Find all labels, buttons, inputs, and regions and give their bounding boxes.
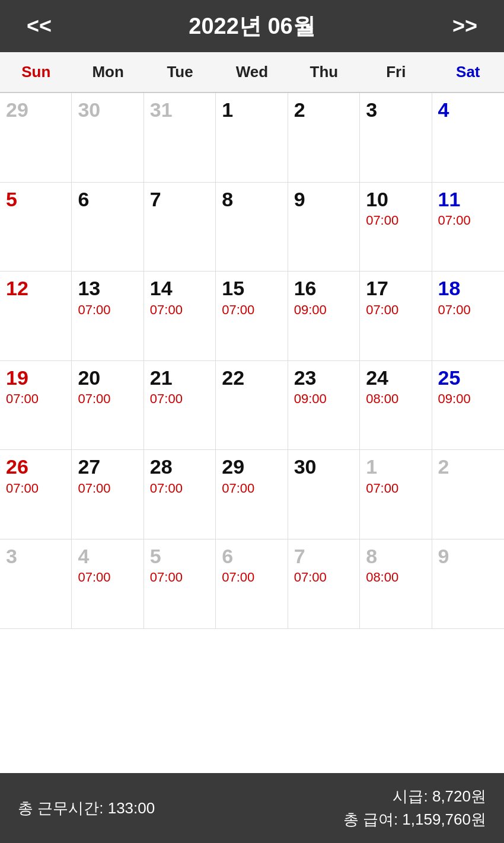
time-label: 07:00: [222, 302, 254, 318]
calendar-cell[interactable]: 2: [432, 450, 504, 539]
date-number: 2: [294, 99, 305, 121]
date-number: 1: [366, 456, 377, 478]
time-label: 07:00: [150, 391, 183, 407]
date-number: 20: [78, 367, 100, 389]
calendar-cell[interactable]: 8: [216, 183, 288, 272]
time-label: 08:00: [366, 391, 398, 407]
total-pay: 총 급여: 1,159,760원: [343, 808, 486, 831]
date-number: 24: [366, 367, 388, 389]
time-label: 07:00: [294, 570, 327, 585]
date-number: 8: [366, 545, 377, 567]
calendar-cell[interactable]: 1407:00: [144, 272, 216, 361]
date-number: 30: [294, 456, 317, 478]
time-label: 07:00: [150, 570, 183, 585]
day-header-wed: Wed: [216, 52, 288, 92]
calendar-cell[interactable]: 1307:00: [72, 272, 143, 361]
time-label: 07:00: [366, 213, 398, 228]
date-number: 1: [222, 99, 233, 121]
time-label: 08:00: [366, 570, 398, 585]
calendar-cell[interactable]: 4: [432, 93, 504, 183]
calendar-cell[interactable]: 2807:00: [144, 450, 216, 539]
time-label: 09:00: [294, 391, 327, 407]
calendar-cell[interactable]: 3: [360, 93, 432, 183]
calendar-cell[interactable]: 607:00: [216, 539, 288, 629]
calendar-grid: 2930311234567891007:001107:00121307:0014…: [0, 93, 504, 629]
calendar-cell[interactable]: 9: [288, 183, 360, 272]
calendar-cell[interactable]: 1907:00: [0, 361, 72, 451]
date-number: 17: [366, 277, 388, 299]
day-header-sat: Sat: [432, 52, 504, 92]
calendar-cell[interactable]: 2509:00: [432, 361, 504, 451]
calendar-cell[interactable]: 1507:00: [216, 272, 288, 361]
calendar-cell[interactable]: 2907:00: [216, 450, 288, 539]
calendar-cell[interactable]: 9: [432, 539, 504, 629]
date-number: 4: [438, 99, 449, 121]
day-header-fri: Fri: [360, 52, 432, 92]
date-number: 26: [6, 456, 28, 478]
calendar-cell[interactable]: 12: [0, 272, 72, 361]
calendar-cell[interactable]: 22: [216, 361, 288, 451]
calendar-cell[interactable]: 30: [288, 450, 360, 539]
pay-info: 시급: 8,720원 총 급여: 1,159,760원: [343, 785, 486, 831]
date-number: 22: [222, 367, 244, 389]
prev-month-button[interactable]: <<: [18, 11, 60, 41]
calendar-cell[interactable]: 2007:00: [72, 361, 143, 451]
time-label: 07:00: [222, 570, 254, 585]
calendar-cell[interactable]: 507:00: [144, 539, 216, 629]
time-label: 07:00: [438, 213, 471, 228]
calendar-cell[interactable]: 1807:00: [432, 272, 504, 361]
calendar-header: << 2022년 06월 >>: [0, 0, 504, 52]
calendar-cell[interactable]: 1: [216, 93, 288, 183]
time-label: 07:00: [222, 481, 254, 496]
date-number: 21: [150, 367, 173, 389]
calendar-cell[interactable]: 2408:00: [360, 361, 432, 451]
calendar-cell[interactable]: 5: [0, 183, 72, 272]
calendar-cell[interactable]: 1107:00: [432, 183, 504, 272]
date-number: 3: [6, 545, 17, 567]
time-label: 07:00: [366, 481, 398, 496]
day-header-mon: Mon: [72, 52, 143, 92]
calendar-cell[interactable]: 1007:00: [360, 183, 432, 272]
calendar-cell[interactable]: 2107:00: [144, 361, 216, 451]
total-hours: 총 근무시간: 133:00: [18, 798, 155, 819]
calendar-cell[interactable]: 107:00: [360, 450, 432, 539]
calendar-cell[interactable]: 2607:00: [0, 450, 72, 539]
calendar-cell[interactable]: 407:00: [72, 539, 143, 629]
calendar-cell[interactable]: 2707:00: [72, 450, 143, 539]
calendar-cell[interactable]: 2: [288, 93, 360, 183]
date-number: 12: [6, 277, 28, 299]
calendar-cell[interactable]: 808:00: [360, 539, 432, 629]
calendar-cell[interactable]: 1707:00: [360, 272, 432, 361]
date-number: 19: [6, 367, 28, 389]
date-number: 4: [78, 545, 89, 567]
date-number: 6: [222, 545, 233, 567]
time-label: 07:00: [150, 302, 183, 318]
date-number: 29: [6, 99, 28, 121]
date-number: 16: [294, 277, 317, 299]
calendar-cell[interactable]: 7: [144, 183, 216, 272]
calendar-cell[interactable]: 2309:00: [288, 361, 360, 451]
calendar-cell[interactable]: 3: [0, 539, 72, 629]
date-number: 11: [438, 189, 461, 210]
date-number: 8: [222, 189, 233, 210]
date-number: 13: [78, 277, 100, 299]
calendar-cell[interactable]: 29: [0, 93, 72, 183]
footer: 총 근무시간: 133:00 시급: 8,720원 총 급여: 1,159,76…: [0, 773, 504, 843]
time-label: 09:00: [438, 391, 471, 407]
calendar-cell[interactable]: 1609:00: [288, 272, 360, 361]
date-number: 7: [150, 189, 161, 210]
time-label: 07:00: [78, 481, 110, 496]
calendar-cell[interactable]: 31: [144, 93, 216, 183]
date-number: 25: [438, 367, 461, 389]
day-header-thu: Thu: [288, 52, 360, 92]
time-label: 07:00: [78, 391, 110, 407]
time-label: 09:00: [294, 302, 327, 318]
date-number: 15: [222, 277, 244, 299]
next-month-button[interactable]: >>: [444, 11, 486, 41]
calendar-cell[interactable]: 707:00: [288, 539, 360, 629]
date-number: 29: [222, 456, 244, 478]
time-label: 07:00: [6, 391, 39, 407]
calendar-cell[interactable]: 6: [72, 183, 143, 272]
date-number: 18: [438, 277, 461, 299]
calendar-cell[interactable]: 30: [72, 93, 143, 183]
